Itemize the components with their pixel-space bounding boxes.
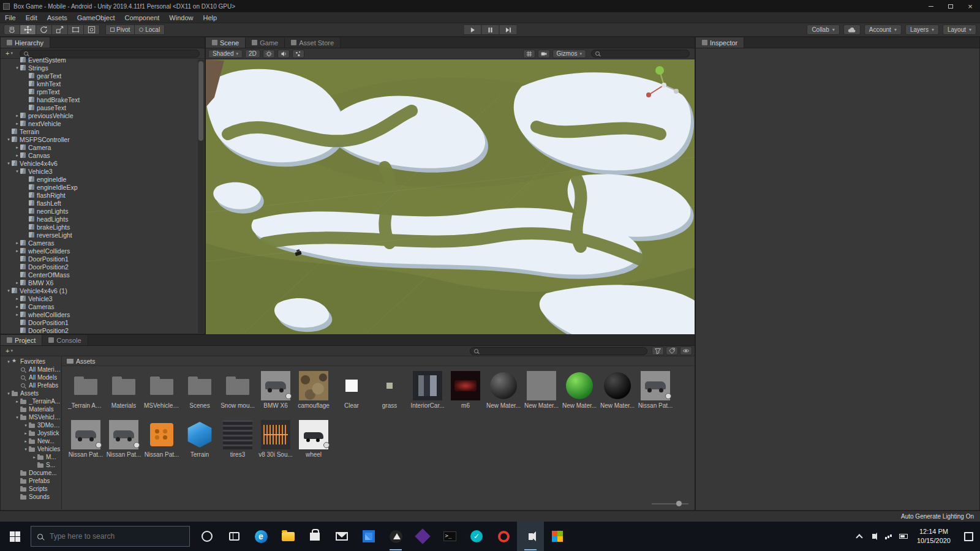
- expand-arrow[interactable]: [6, 137, 12, 142]
- hierarchy-item[interactable]: DoorPosition2: [1, 263, 205, 271]
- project-tree-item[interactable]: 3DModels: [1, 421, 61, 429]
- asset-item[interactable]: Nissan Pat...: [67, 420, 105, 468]
- taskbar-app-icon[interactable]: [247, 522, 274, 551]
- zoom-slider-knob[interactable]: [676, 501, 682, 506]
- project-tree-item[interactable]: Favorites: [1, 358, 61, 365]
- project-tree-item[interactable]: Vehicles: [1, 445, 61, 453]
- menu-item[interactable]: Window: [164, 12, 198, 23]
- hierarchy-item[interactable]: DoorPosition1: [1, 318, 205, 326]
- cloud-button[interactable]: [843, 24, 861, 35]
- asset-item[interactable]: m6: [447, 371, 484, 419]
- taskbar-app-icon[interactable]: [490, 522, 517, 551]
- hierarchy-item[interactable]: neonLights: [1, 207, 205, 215]
- search-by-type-button[interactable]: [652, 347, 664, 355]
- hierarchy-item[interactable]: Terrain: [1, 127, 205, 135]
- asset-item[interactable]: wheel: [295, 420, 333, 468]
- shading-mode-dropdown[interactable]: Shaded: [208, 50, 243, 58]
- hierarchy-item[interactable]: CenterOfMass: [1, 271, 205, 279]
- tab-console[interactable]: Console: [42, 335, 88, 345]
- asset-item[interactable]: New Mater...: [560, 371, 598, 419]
- asset-item[interactable]: _Terrain Au...: [67, 371, 105, 419]
- taskbar-app-icon[interactable]: [544, 522, 571, 551]
- layers-dropdown[interactable]: Layers: [905, 24, 939, 35]
- taskbar-app-icon[interactable]: [436, 522, 463, 551]
- gizmos-dropdown[interactable]: Gizmos: [552, 50, 586, 58]
- expand-arrow[interactable]: [14, 312, 20, 317]
- expand-arrow[interactable]: [31, 455, 37, 460]
- expand-arrow[interactable]: [14, 415, 20, 420]
- start-button[interactable]: [0, 522, 29, 551]
- taskbar-app-icon[interactable]: [355, 522, 382, 551]
- play-button[interactable]: [464, 24, 482, 35]
- expand-arrow[interactable]: [14, 121, 20, 126]
- hierarchy-item[interactable]: pauseText: [1, 103, 205, 111]
- close-button[interactable]: [960, 0, 980, 12]
- expand-arrow[interactable]: [6, 288, 12, 293]
- asset-item[interactable]: InteriorCar...: [409, 371, 447, 419]
- taskbar-app-icon[interactable]: [274, 522, 301, 551]
- taskbar-app-icon[interactable]: [221, 522, 247, 551]
- rect-tool-button[interactable]: [67, 24, 84, 35]
- asset-item[interactable]: Snow mou...: [219, 371, 257, 419]
- hierarchy-item[interactable]: Canvas: [1, 151, 205, 159]
- tab-inspector[interactable]: Inspector: [696, 37, 744, 48]
- asset-item[interactable]: MSVehicleS...: [143, 371, 181, 419]
- taskbar-app-icon[interactable]: [463, 522, 490, 551]
- tab-asset-store[interactable]: Asset Store: [285, 37, 341, 48]
- scene-audio-toggle[interactable]: [277, 50, 290, 58]
- hierarchy-item[interactable]: engineIdleExp: [1, 183, 205, 191]
- expand-arrow[interactable]: [23, 447, 29, 452]
- expand-arrow[interactable]: [6, 161, 12, 166]
- hierarchy-item[interactable]: flashRight: [1, 191, 205, 199]
- hierarchy-item[interactable]: DoorPosition1: [1, 255, 205, 263]
- expand-arrow[interactable]: [14, 399, 20, 404]
- project-tree-item[interactable]: Scripts: [1, 485, 61, 493]
- taskbar-search-input[interactable]: [48, 531, 183, 541]
- expand-arrow[interactable]: [14, 145, 20, 150]
- asset-item[interactable]: Materials: [105, 371, 143, 419]
- tab-hierarchy[interactable]: Hierarchy: [1, 37, 50, 48]
- breadcrumb-label[interactable]: Assets: [76, 358, 96, 365]
- asset-item[interactable]: New Mater...: [522, 371, 560, 419]
- create-gameobject-button[interactable]: +: [3, 50, 15, 57]
- project-tree-item[interactable]: All Prefabs: [1, 381, 61, 389]
- create-asset-button[interactable]: +: [3, 347, 15, 354]
- pivot-toggle-button[interactable]: Pivot: [105, 24, 135, 35]
- hierarchy-scrollbar[interactable]: [198, 59, 204, 333]
- expand-arrow[interactable]: [23, 439, 29, 444]
- hierarchy-item[interactable]: Vehicle3: [1, 294, 205, 302]
- layout-dropdown[interactable]: Layout: [943, 24, 976, 35]
- hierarchy-item[interactable]: previousVehicle: [1, 111, 205, 119]
- hierarchy-item[interactable]: reverseLight: [1, 231, 205, 239]
- hierarchy-item[interactable]: Camera: [1, 143, 205, 151]
- asset-item[interactable]: Terrain: [181, 420, 219, 468]
- asset-item[interactable]: Scenes: [181, 371, 219, 419]
- step-button[interactable]: [499, 24, 518, 35]
- taskbar-app-icon[interactable]: [194, 522, 221, 551]
- asset-item[interactable]: New Mater...: [598, 371, 636, 419]
- expand-arrow[interactable]: [14, 249, 20, 253]
- asset-item[interactable]: Nissan Pat...: [143, 420, 181, 468]
- menu-item[interactable]: File: [0, 12, 21, 23]
- asset-item[interactable]: grass: [371, 371, 409, 419]
- expand-arrow[interactable]: [6, 391, 12, 396]
- expand-arrow[interactable]: [14, 66, 20, 70]
- camera-settings-button[interactable]: [538, 50, 550, 58]
- account-dropdown[interactable]: Account: [864, 24, 902, 35]
- scene-lighting-toggle[interactable]: [263, 50, 275, 58]
- tray-battery[interactable]: [896, 522, 911, 551]
- action-center-button[interactable]: [957, 522, 980, 551]
- menu-item[interactable]: Help: [198, 12, 222, 23]
- collab-dropdown[interactable]: Collab: [807, 24, 839, 35]
- asset-item[interactable]: New Mater...: [484, 371, 522, 419]
- hierarchy-item[interactable]: nextVehicle: [1, 119, 205, 127]
- minimize-button[interactable]: [921, 0, 941, 12]
- expand-arrow[interactable]: [14, 153, 20, 158]
- expand-arrow[interactable]: [14, 169, 20, 174]
- menu-item[interactable]: Edit: [21, 12, 42, 23]
- expand-arrow[interactable]: [14, 296, 20, 301]
- project-tree-item[interactable]: S...: [1, 461, 61, 469]
- scrollbar-thumb[interactable]: [198, 61, 203, 141]
- tray-volume[interactable]: [867, 522, 881, 551]
- project-tree-item[interactable]: _TerrainA...: [1, 397, 61, 405]
